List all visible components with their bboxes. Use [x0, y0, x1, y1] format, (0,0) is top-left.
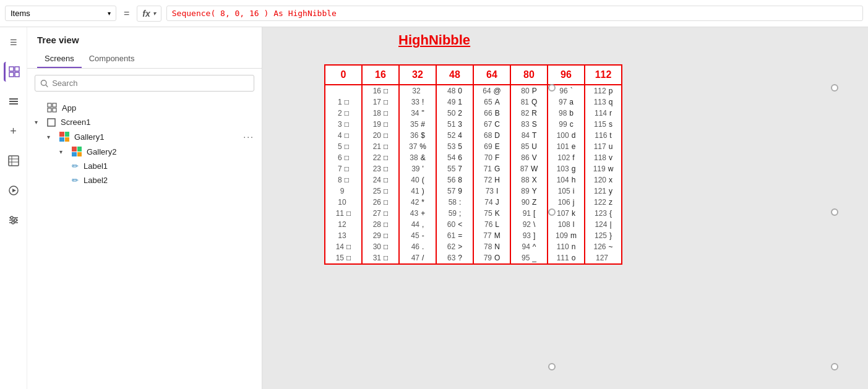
table-cell: 71G	[473, 163, 510, 174]
table-cell: 113q	[585, 96, 622, 108]
svg-rect-3	[15, 72, 19, 77]
search-box[interactable]	[35, 75, 254, 92]
table-row: 1228□44,60<76L92\108l124|	[325, 219, 622, 230]
table-cell: 82R	[510, 108, 548, 119]
table-cell: 95_	[510, 252, 548, 264]
table-cell: 6□	[325, 152, 362, 163]
table-cell: 579	[436, 186, 473, 197]
table-cell: 91[	[510, 208, 548, 219]
table-cell: 117u	[585, 141, 622, 152]
table-cell: 120x	[585, 174, 622, 186]
table-cell: 65A	[473, 96, 510, 108]
table-cell: 73I	[473, 186, 510, 197]
table-cell: 15□	[325, 252, 362, 264]
table-cell: 31□	[362, 252, 399, 264]
sidebar-icon-media[interactable]	[4, 181, 24, 200]
table-cell: 58:	[436, 197, 473, 208]
table-cell: 66B	[473, 108, 510, 119]
app-label: App	[62, 103, 76, 113]
table-cell: 568	[436, 174, 473, 186]
tree-panel: Tree view Screens Components Ap	[27, 27, 262, 389]
tab-screens[interactable]: Screens	[37, 50, 82, 68]
tree-item-label1[interactable]: ✏ Label1	[27, 159, 262, 173]
sidebar-icon-controls[interactable]	[4, 210, 24, 230]
sidebar-icon-layers[interactable]	[4, 92, 24, 111]
tree-item-screen1[interactable]: ▾ Screen1	[27, 115, 262, 129]
table-cell: 46.	[399, 241, 436, 252]
gallery-icon	[59, 132, 69, 142]
table-cell: 103g	[548, 163, 585, 174]
table-cell: 47/	[399, 252, 436, 264]
table-cell: 5□	[325, 141, 362, 152]
table-cell: 67C	[473, 119, 510, 130]
table-cell: 535	[436, 141, 473, 152]
table-cell: 28□	[362, 219, 399, 230]
table-cell: 35#	[399, 119, 436, 130]
table-cell: 85U	[510, 141, 548, 152]
table-cell: 1□	[325, 96, 362, 108]
sidebar-icon-data[interactable]	[4, 151, 24, 171]
table-cell: 10	[325, 197, 362, 208]
table-cell: 98b	[548, 108, 585, 119]
chevron-down-icon: ▾	[108, 10, 111, 17]
property-dropdown[interactable]: Items ▾	[5, 6, 116, 21]
table-cell: 34"	[399, 108, 436, 119]
table-cell: 118v	[585, 152, 622, 163]
label1-label: Label1	[84, 161, 108, 171]
svg-rect-6	[9, 103, 18, 105]
table-cell: 9	[325, 186, 362, 197]
tree-item-label2[interactable]: ✏ Label2	[27, 173, 262, 187]
ascii-table: 0 16 32 48 64 80 96 112 16□3248064@80P96…	[324, 64, 622, 265]
app-icon	[47, 103, 57, 113]
more-options-icon[interactable]: ···	[243, 132, 254, 142]
label-icon: ✏	[72, 176, 79, 185]
table-cell: 63?	[436, 252, 473, 264]
chevron-down-icon: ▾	[59, 148, 69, 155]
sidebar-icon-hamburger[interactable]: ☰	[4, 32, 24, 52]
table-cell: 69E	[473, 141, 510, 152]
svg-marker-12	[12, 189, 16, 192]
table-cell: 3□	[325, 119, 362, 130]
table-cell: 101e	[548, 141, 585, 152]
svg-rect-21	[48, 103, 51, 107]
screen-icon	[47, 118, 56, 127]
table-cell: 93]	[510, 230, 548, 241]
svg-rect-25	[48, 119, 55, 126]
tree-body: App ▾ Screen1 ▾ Gallery1 ···	[27, 98, 262, 389]
table-row: 6□22□38&54670F86V102f118v	[325, 152, 622, 163]
insert-icon: +	[10, 125, 17, 138]
table-cell: 112p	[585, 85, 622, 96]
table-cell: 14□	[325, 241, 362, 252]
table-cell: 8□	[325, 174, 362, 186]
table-cell: 37%	[399, 141, 436, 152]
tab-components[interactable]: Components	[82, 50, 142, 68]
table-cell: 126~	[585, 241, 622, 252]
table-cell: 513	[436, 119, 473, 130]
table-row: 1329□45-61=77M93]109m125}	[325, 230, 622, 241]
tree-item-app[interactable]: App	[27, 100, 262, 115]
fx-button[interactable]: fx ▾	[137, 6, 161, 22]
table-cell: 127	[585, 252, 622, 264]
table-cell: 29□	[362, 230, 399, 241]
svg-rect-4	[9, 98, 18, 100]
table-cell: 124|	[585, 219, 622, 230]
table-cell: 39'	[399, 163, 436, 174]
table-row: 11□27□43+59;75K91[107k123{	[325, 208, 622, 219]
tree-item-gallery1[interactable]: ▾ Gallery1 ···	[27, 129, 262, 144]
search-input[interactable]	[52, 79, 249, 88]
formula-bar[interactable]: Sequence( 8, 0, 16 ) As HighNibble	[166, 6, 863, 21]
table-row: 3□19□35#51367C83S99c115s	[325, 119, 622, 130]
tree-item-gallery2[interactable]: ▾ Gallery2	[27, 144, 262, 159]
table-cell: 59;	[436, 208, 473, 219]
col-header-80: 80	[510, 65, 548, 85]
sidebar-icon-screens[interactable]	[4, 62, 24, 82]
col-header-64: 64	[473, 65, 510, 85]
table-cell: 68D	[473, 130, 510, 141]
table-row: 7□23□39'55771G87W103g119w	[325, 163, 622, 174]
chevron-down-icon: ▾	[153, 10, 156, 17]
table-row: 8□24□40(56872H88X104h120x	[325, 174, 622, 186]
col-header-32: 32	[399, 65, 436, 85]
sidebar-icon-insert[interactable]: +	[4, 121, 24, 141]
controls-icon	[8, 215, 19, 226]
content-area: HighNibble 0 16 32 48 64 80 96 112	[262, 27, 868, 389]
